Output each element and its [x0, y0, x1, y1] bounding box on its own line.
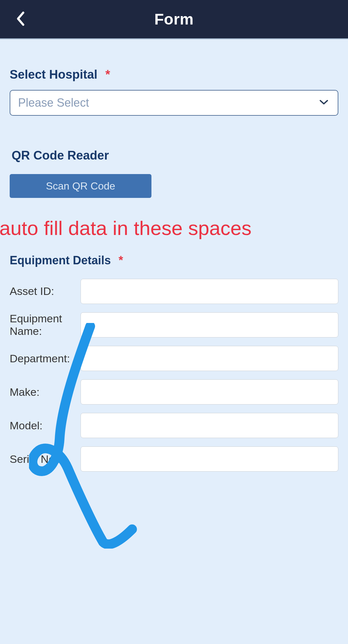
qr-section-label: QR Code Reader [12, 149, 338, 162]
input-asset-id[interactable] [81, 279, 338, 304]
required-mark: * [119, 254, 123, 267]
label-make: Make: [10, 386, 81, 398]
equipment-heading-text: Equipment Details [10, 254, 111, 267]
label-department: Department: [10, 352, 81, 365]
input-department[interactable] [81, 346, 338, 371]
row-equipment-name: Equipment Name: [10, 312, 338, 337]
required-mark: * [105, 68, 110, 81]
hospital-label-text: Select Hospital [10, 68, 97, 81]
input-serial[interactable] [81, 446, 338, 472]
row-serial: Serial No.: [10, 446, 338, 472]
hospital-select-placeholder: Please Select [18, 96, 89, 110]
chevron-down-icon [319, 99, 329, 107]
label-equipment-name: Equipment Name: [10, 312, 81, 337]
row-make: Make: [10, 379, 338, 405]
input-equipment-name[interactable] [81, 312, 338, 337]
page-title: Form [0, 10, 348, 28]
scan-qr-button[interactable]: Scan QR Code [10, 174, 151, 198]
annotation-text: auto fill data in these spaces [0, 217, 338, 239]
app-header: Form [0, 0, 348, 39]
label-serial: Serial No.: [10, 453, 81, 465]
row-asset-id: Asset ID: [10, 279, 338, 304]
form-content: Select Hospital * Please Select QR Code … [0, 39, 348, 644]
equipment-heading: Equipment Details * [10, 254, 338, 267]
hospital-label: Select Hospital * [10, 68, 338, 82]
row-department: Department: [10, 346, 338, 371]
back-button[interactable] [15, 11, 26, 28]
label-model: Model: [10, 419, 81, 432]
input-make[interactable] [81, 379, 338, 405]
input-model[interactable] [81, 413, 338, 438]
chevron-left-icon [15, 11, 26, 28]
row-model: Model: [10, 413, 338, 438]
hospital-select[interactable]: Please Select [10, 90, 338, 116]
label-asset-id: Asset ID: [10, 285, 81, 298]
